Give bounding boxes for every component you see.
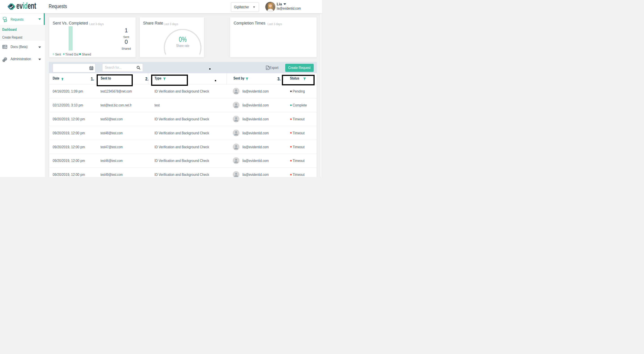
svg-text:x: x: [266, 67, 268, 69]
